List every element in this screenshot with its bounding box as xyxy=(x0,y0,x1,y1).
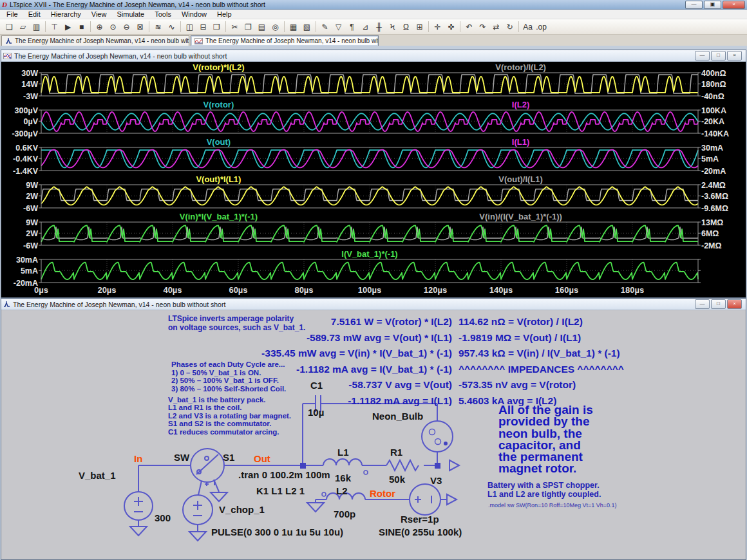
tab-schematic[interactable]: The Energy Machine of Joseph Newman, v14… xyxy=(1,35,189,46)
zoom-out-button[interactable]: ⊖ xyxy=(120,21,133,33)
place-inductor-button[interactable]: Ϟ xyxy=(386,21,399,33)
place-capacitor-button[interactable]: ╫ xyxy=(372,21,386,33)
zoom-full-extents-button[interactable]: ⊠ xyxy=(133,21,147,33)
vchop-label[interactable]: V_chop_1 xyxy=(219,504,265,515)
switch-s1[interactable] xyxy=(191,449,224,482)
undo-button[interactable]: ↶ xyxy=(462,21,476,33)
vbat-value[interactable]: 300 xyxy=(155,512,171,523)
place-resistor-button[interactable]: Ω xyxy=(399,21,413,33)
menu-item[interactable]: Help xyxy=(212,10,237,18)
mirror-button[interactable]: ⇄ xyxy=(489,21,503,33)
r1-label[interactable]: R1 xyxy=(390,447,402,458)
place-label-button[interactable]: ¶ xyxy=(345,21,359,33)
minimize-button[interactable]: — xyxy=(695,299,710,309)
sine-directive[interactable]: SINE(0 255u 100k) xyxy=(379,527,462,537)
document-tabstrip: The Energy Machine of Joseph Newman, v14… xyxy=(0,35,747,46)
redo-button[interactable]: ↷ xyxy=(476,21,489,33)
rotate-button[interactable]: ↻ xyxy=(503,21,516,33)
new-schematic-button[interactable]: ❏ xyxy=(3,21,16,33)
tile-horizontally-button[interactable]: ⊟ xyxy=(196,21,210,33)
pulse-directive[interactable]: PULSE(0 300 0 1u 1u 5u 10u) xyxy=(211,527,343,537)
y-axis-tick-label: 400nΩ xyxy=(701,69,726,78)
control-panel-button[interactable]: ⊤ xyxy=(48,21,61,33)
switch-model-directive[interactable]: .model sw SW(Ron=10 Roff=10Meg Vt=1 Vh=0… xyxy=(488,502,616,509)
close-button[interactable]: × xyxy=(727,299,742,309)
y-axis-tick-label: -2MΩ xyxy=(701,241,722,250)
wire-junction xyxy=(435,463,440,469)
maximize-button[interactable]: □ xyxy=(711,299,726,309)
coupling-directive[interactable]: K1 L1 L2 1 xyxy=(256,485,305,496)
tab-label: The Energy Machine of Joseph Newman, v14… xyxy=(15,37,189,44)
net-label-out[interactable]: Out xyxy=(254,453,270,464)
resistor-r1[interactable] xyxy=(386,460,419,471)
pane-title-left: V(rotor) xyxy=(203,100,234,109)
close-button[interactable]: × xyxy=(727,51,742,61)
switch-name-label[interactable]: SW xyxy=(174,452,189,463)
menu-item[interactable]: File xyxy=(1,10,23,18)
maximize-button[interactable]: □ xyxy=(711,51,726,61)
place-diode-button[interactable]: ⊿ xyxy=(359,21,372,33)
minimize-button[interactable]: — xyxy=(695,51,710,61)
menu-item[interactable]: Tools xyxy=(149,10,176,18)
place-component-button[interactable]: ⊞ xyxy=(413,21,426,33)
copy-button[interactable]: ❐ xyxy=(241,21,255,33)
v3-label[interactable]: V3 xyxy=(430,475,442,486)
place-ground-button[interactable]: ▽ xyxy=(332,21,345,33)
vbat-label[interactable]: V_bat_1 xyxy=(79,470,116,481)
l2-value[interactable]: 700p xyxy=(334,509,355,519)
main-titlebar[interactable]: D LTspice XVII - The Energy Machine of J… xyxy=(0,0,747,10)
voltage-source-v3[interactable] xyxy=(410,484,440,515)
cut-button[interactable]: ✂ xyxy=(228,21,241,33)
restore-button[interactable]: ▣ xyxy=(704,1,721,9)
switch-refdes-label[interactable]: S1 xyxy=(223,452,234,463)
minimize-button[interactable]: — xyxy=(685,1,703,9)
legend-line: S1 and S2 is the commutator. xyxy=(168,420,291,427)
inductor-l1[interactable] xyxy=(323,459,362,465)
close-button[interactable]: × xyxy=(723,1,745,9)
y-axis-tick-label: 13MΩ xyxy=(701,218,723,227)
neon-bulb[interactable] xyxy=(422,421,453,452)
open-file-button[interactable]: ▱ xyxy=(16,21,30,33)
rser-value[interactable]: Rser=1p xyxy=(401,514,439,525)
print-button[interactable]: ▧ xyxy=(300,21,314,33)
save-button[interactable]: ▥ xyxy=(30,21,43,33)
tab-waveform[interactable]: The Energy Machine of Joseph Newman, v14… xyxy=(191,35,379,46)
menu-item[interactable]: Hierarchy xyxy=(46,10,86,18)
zoom-in-button[interactable]: ⊕ xyxy=(93,21,106,33)
waveform-window-titlebar[interactable]: The Energy Machine of Joseph Newman, v14… xyxy=(1,50,746,62)
net-label-rotor[interactable]: Rotor xyxy=(370,488,395,499)
text-tool-button[interactable]: Aa xyxy=(521,21,534,33)
waveform-plot-area[interactable]: 30W14W-3W400nΩ180nΩ-40nΩV(rotor)*I(L2)V(… xyxy=(1,62,744,297)
menu-item[interactable]: View xyxy=(86,10,112,18)
battery-line: Battery with a SPST chopper. xyxy=(487,481,601,490)
find-button[interactable]: ◎ xyxy=(269,21,282,33)
neon-bulb-label[interactable]: Neon_Bulb xyxy=(372,411,423,422)
l1-value[interactable]: 16k xyxy=(335,472,351,483)
menu-item[interactable]: Edit xyxy=(23,10,46,18)
c1-value[interactable]: 10µ xyxy=(308,407,324,418)
zoom-back-button[interactable]: ⊙ xyxy=(106,21,120,33)
spice-directive-button[interactable]: .op xyxy=(534,21,548,33)
tran-directive[interactable]: .tran 0 100.2m 100m xyxy=(238,469,330,480)
phase-line: 3) 80% – 100% Self-Shorted Coil. xyxy=(171,385,286,393)
schematic-window-titlebar[interactable]: The Energy Machine of Joseph Newman, v14… xyxy=(1,299,746,310)
drag-button[interactable]: ✜ xyxy=(444,21,458,33)
l2-label[interactable]: L2 xyxy=(336,485,348,496)
paste-button[interactable]: ▤ xyxy=(255,21,269,33)
c1-label[interactable]: C1 xyxy=(310,380,323,391)
plot-settings-button[interactable]: ∿ xyxy=(165,21,178,33)
draw-wire-button[interactable]: ✎ xyxy=(318,21,332,33)
print-preview-button[interactable]: ▦ xyxy=(287,21,300,33)
l1-label[interactable]: L1 xyxy=(337,447,349,458)
menu-item[interactable]: Simulate xyxy=(111,10,149,18)
autorange-y-button[interactable]: ≋ xyxy=(151,21,165,33)
r1-value[interactable]: 50k xyxy=(389,474,405,485)
cascade-windows-button[interactable]: ❒ xyxy=(210,21,223,33)
net-label-in[interactable]: In xyxy=(134,453,142,464)
menu-item[interactable]: Window xyxy=(176,10,212,18)
halt-simulation-button[interactable]: ■ xyxy=(75,21,88,33)
run-simulation-button[interactable]: ▶ xyxy=(61,21,75,33)
move-button[interactable]: ✛ xyxy=(431,21,444,33)
schematic-canvas[interactable]: LTSpice inverts amperage polarityon volt… xyxy=(1,310,744,559)
tile-vertically-button[interactable]: ◫ xyxy=(183,21,196,33)
